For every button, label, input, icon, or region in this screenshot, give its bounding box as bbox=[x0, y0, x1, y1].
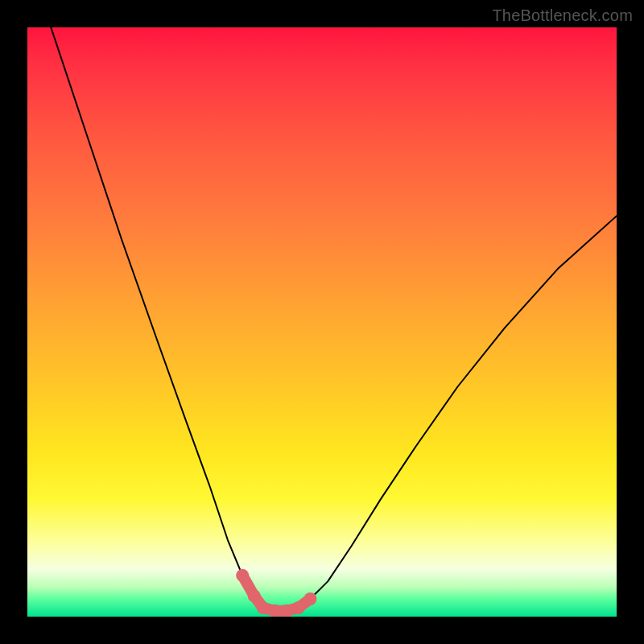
marker-dot bbox=[268, 605, 281, 617]
chart-frame: TheBottleneck.com bbox=[0, 0, 644, 644]
marker-dot bbox=[303, 592, 316, 605]
marker-dot bbox=[236, 569, 249, 582]
marker-dot bbox=[257, 601, 270, 614]
watermark-label: TheBottleneck.com bbox=[492, 6, 633, 25]
marker-dot bbox=[292, 601, 305, 614]
marker-dot bbox=[280, 605, 293, 617]
marker-dot bbox=[248, 589, 261, 602]
curve-svg bbox=[27, 27, 617, 617]
bottleneck-curve-path bbox=[51, 27, 617, 611]
plot-area bbox=[27, 27, 617, 617]
